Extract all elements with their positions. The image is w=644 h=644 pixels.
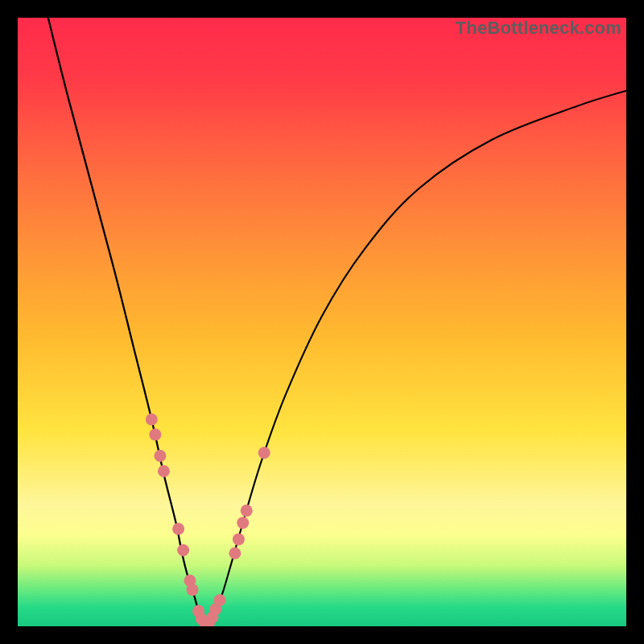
chart-frame: TheBottleneck.com bbox=[0, 0, 644, 644]
watermark: TheBottleneck.com bbox=[456, 18, 621, 39]
gradient-background bbox=[18, 18, 626, 626]
